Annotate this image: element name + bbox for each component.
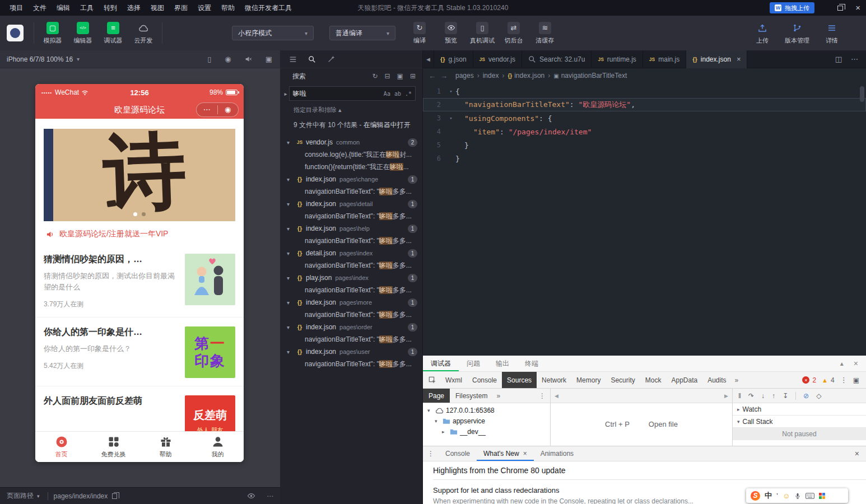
devtools-tab[interactable]: Wxml [440,372,467,388]
microphone-icon[interactable] [794,492,801,500]
tabbar-item[interactable]: 免费兑换 [87,432,139,462]
forward-icon[interactable]: → [440,72,448,80]
source-tree-item[interactable]: ▸__dev__ [423,426,550,437]
ime-toolbox-icon[interactable] [819,493,825,499]
menu-item[interactable]: 文件 [28,0,52,16]
menu-item[interactable]: 项目 [4,0,28,16]
menu-item[interactable]: 工具 [75,0,99,16]
watch-section[interactable]: ▸ Watch [733,403,866,416]
tab-scroll-left-icon[interactable]: ◀ [423,50,434,68]
editor-scrollbar[interactable] [860,86,864,102]
search-result-match[interactable]: navigationBarTitleText": "哆啦多多... [280,185,422,198]
input-method-bar[interactable]: S 中 ’ ☺ [746,488,848,503]
tabbar-item[interactable]: 首页 [35,432,87,462]
ime-language-toggle[interactable]: 中 [765,491,772,501]
record-icon[interactable]: ◉ [225,55,231,63]
search-result-file[interactable]: ▾{}index.jsonpages\help1 [280,222,422,235]
drag-upload-button[interactable]: W 拖拽上传 [770,2,814,13]
devtools-tab[interactable]: AppData [666,372,702,388]
drawer-tab[interactable]: Console [439,446,477,461]
search-result-file[interactable]: ▾{}index.jsonpages\more1 [280,296,422,309]
clear-results-icon[interactable]: ⊟ [385,72,390,80]
menu-item[interactable]: 帮助 [216,0,240,16]
devtools-tab[interactable]: Memory [571,372,606,388]
code-area[interactable]: 1▾{2"navigationBarTitleText": "欧皇源码论坛",3… [423,83,866,165]
search-result-file[interactable]: ▾{}index.jsonpages\user1 [280,346,422,358]
warning-badge-icon[interactable]: ▲ [822,377,828,384]
search-result-match[interactable]: function(){return{title:"我正在哆啦... [280,161,422,173]
more-menu-icon[interactable]: ⋯ [197,103,217,116]
source-tree-item[interactable]: ▾127.0.0.1:65368 [423,405,550,416]
error-badge-icon[interactable]: × [802,376,809,384]
editor-tab[interactable]: {}g.json [434,50,473,68]
menu-item[interactable]: 编辑 [52,0,75,16]
breadcrumb-item[interactable]: pages [455,72,474,80]
source-tree-item[interactable]: ▾appservice [423,416,550,426]
toolbar-button-clear-cache[interactable]: ≋清缓存 [530,22,560,45]
keyboard-icon[interactable] [806,493,814,499]
code-line[interactable]: 1▾{ [423,85,866,98]
file-list-icon[interactable] [289,55,297,63]
more-navigator-tabs-icon[interactable]: » [496,392,500,400]
call-stack-section[interactable]: ▾ Call Stack [733,416,866,428]
regex-icon[interactable]: .* [405,91,412,97]
search-result-match[interactable]: navigationBarTitleText": "哆啦多多... [280,358,422,370]
inspect-element-icon[interactable] [429,376,436,384]
toolbar-button-debugger[interactable]: ≡调试器 [98,22,128,45]
search-result-file[interactable]: ▾{}index.jsonpages\detail1 [280,198,422,210]
restore-window-icon[interactable] [837,6,843,11]
open-in-editor-link[interactable]: 在编辑器中打开 [364,121,411,129]
tab-scroll-right-icon[interactable]: ▶ [724,393,728,399]
search-result-match[interactable]: navigationBarTitleText": "哆啦多多... [280,235,422,247]
collapse-results-icon[interactable]: ⊞ [410,72,416,80]
more-tabs-icon[interactable]: » [732,376,742,384]
code-line[interactable]: 4"item": "/pages/index/item" [423,125,866,138]
wand-icon[interactable] [327,55,335,63]
drawer-tab[interactable]: What's New× [477,446,534,461]
menu-item[interactable]: 选择 [122,0,146,16]
pause-script-icon[interactable]: ‖ [738,392,741,400]
devtools-tab[interactable]: Mock [640,372,667,388]
step-over-icon[interactable]: ↷ [748,392,754,400]
capsule-menu[interactable]: ⋯ ◉ [196,102,239,117]
editor-tab[interactable]: JSmain.js [643,50,686,68]
step-into-icon[interactable]: ↓ [761,392,765,400]
step-icon[interactable]: ↧ [783,392,788,400]
open-in-editor-icon[interactable]: ▣ [397,72,403,80]
mode-select[interactable]: 小程序模式 ▾ [232,26,314,40]
search-result-file[interactable]: ▾{}play.jsonpages\index1 [280,272,422,284]
toolbar-button-compile[interactable]: ↻编译 [404,22,435,45]
tab-scroll-left-icon[interactable]: ◀ [555,393,558,399]
editor-tab[interactable]: JSruntime.js [592,50,642,68]
collapse-panel-icon[interactable]: ▴ [840,360,844,367]
panel-tab[interactable]: 问题 [459,356,488,371]
drawer-menu-icon[interactable]: ⋮ [423,450,439,458]
emoji-icon[interactable]: ☺ [783,492,790,500]
quiz-card[interactable]: 猜测情侣吵架的原因，…猜测情侣吵架的原因，测试出你目前最渴望的是什么3.79万人… [35,245,244,317]
tabbar-item[interactable]: 帮助 [139,432,192,462]
editor-tab[interactable]: {}index.json× [686,50,747,68]
shortcut-action[interactable]: Open file [649,420,678,428]
step-out-icon[interactable]: ↑ [772,392,775,400]
code-line[interactable]: 6} [423,152,866,165]
code-line[interactable]: 5} [423,138,866,152]
menu-item[interactable]: 微信开发者工具 [240,0,297,16]
breadcrumb-item[interactable]: index [483,72,499,80]
search-input[interactable] [293,90,380,97]
search-result-match[interactable]: console.log(e),{title:"我正在哆啦封... [280,148,422,161]
rotate-icon[interactable]: ▯ [207,55,211,63]
devtools-tab[interactable]: Network [537,372,571,388]
fold-icon[interactable]: ▾ [446,115,455,121]
mute-icon[interactable] [245,55,252,63]
fold-icon[interactable]: ▾ [446,88,455,94]
error-count[interactable]: 2 [812,376,816,384]
breadcrumb-item[interactable]: {}index.json [508,72,544,80]
search-result-file[interactable]: ▾{}index.jsonpages\order1 [280,321,422,333]
toolbar-button-simulator[interactable]: ▢模拟器 [38,22,68,45]
search-icon[interactable] [308,55,316,63]
breadcrumb-item[interactable]: ▣navigationBarTitleText [553,72,627,80]
code-line[interactable]: 3▾"usingComponents": { [423,111,866,125]
copy-path-icon[interactable] [112,493,117,499]
search-result-match[interactable]: navigationBarTitleText": "哆啦多多... [280,284,422,296]
whole-word-icon[interactable]: ab [394,91,401,97]
